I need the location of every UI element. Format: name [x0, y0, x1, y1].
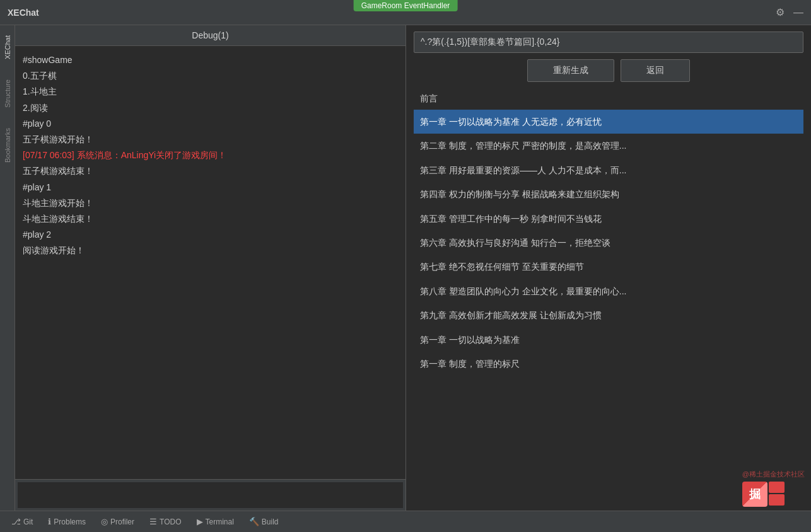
debug-message: 五子棋游戏结束！ — [23, 163, 398, 179]
chapter-item[interactable]: 第三章 用好最重要的资源——人 人力不是成本，而... — [414, 158, 803, 182]
chapter-item[interactable]: 第一章 一切以战略为基准 — [414, 328, 803, 352]
problems-icon: ℹ — [48, 517, 51, 526]
chapter-item[interactable]: 第一章 制度，管理的标尺 — [414, 352, 803, 376]
debug-header: Debug(1) — [15, 25, 405, 46]
debug-message: 五子棋游戏开始！ — [23, 132, 398, 147]
debug-message: 阅读游戏开始！ — [23, 243, 398, 258]
debug-message: [07/17 06:03] 系统消息：AnLingYi关闭了游戏房间！ — [23, 147, 398, 163]
chapter-item[interactable]: 第六章 高效执行与良好沟通 知行合一，拒绝空谈 — [414, 231, 803, 255]
regex-input[interactable] — [414, 32, 803, 53]
chapter-item[interactable]: 第七章 绝不忽视任何细节 至关重要的细节 — [414, 255, 803, 279]
bottom-item-git[interactable]: ⎇Git — [5, 514, 39, 529]
debug-message: #play 1 — [23, 180, 398, 195]
debug-input-field[interactable] — [18, 482, 403, 508]
todo-icon: ☰ — [149, 517, 157, 526]
chapter-item[interactable]: 第五章 管理工作中的每一秒 别拿时间不当钱花 — [414, 207, 803, 231]
chapter-item[interactable]: 第二章 制度，管理的标尺 严密的制度，是高效管理... — [414, 134, 803, 158]
debug-message: #play 0 — [23, 116, 398, 132]
back-button[interactable]: 返回 — [621, 59, 690, 82]
right-panel: 重新生成 返回 前言 第一章 一切以战略为基准 人无远虑，必有近忧第二章 制度，… — [406, 25, 811, 511]
debug-message: #play 2 — [23, 227, 398, 243]
bottom-item-terminal[interactable]: ▶Terminal — [190, 514, 240, 529]
chapter-item[interactable]: 第八章 塑造团队的向心力 企业文化，最重要的向心... — [414, 279, 803, 303]
left-sidebar: XEChat Structure Bookmarks — [0, 25, 15, 511]
sidebar-tab-bookmarks[interactable]: Bookmarks — [3, 124, 13, 166]
debug-message: 斗地主游戏结束！ — [23, 211, 398, 227]
terminal-icon: ▶ — [197, 517, 203, 526]
debug-content[interactable]: #showGame0.五子棋1.斗地主2.阅读#play 0五子棋游戏开始！[0… — [15, 46, 405, 479]
build-icon: 🔨 — [249, 517, 259, 526]
chapter-list-header: 前言 — [414, 88, 803, 110]
settings-icon[interactable]: ⚙ — [776, 6, 785, 18]
bottom-item-label: Build — [262, 518, 279, 526]
bottom-item-label: Problems — [54, 518, 86, 526]
bottom-item-label: TODO — [160, 518, 181, 526]
chapter-list[interactable]: 前言 第一章 一切以战略为基准 人无远虑，必有近忧第二章 制度，管理的标尺 严密… — [414, 88, 803, 504]
chapter-item[interactable]: 第一章 一切以战略为基准 人无远虑，必有近忧 — [414, 110, 803, 134]
debug-message: 2.阅读 — [23, 100, 398, 116]
bottom-item-problems[interactable]: ℹProblems — [42, 514, 92, 529]
debug-message: 1.斗地主 — [23, 84, 398, 100]
debug-panel: Debug(1) #showGame0.五子棋1.斗地主2.阅读#play 0五… — [15, 25, 406, 511]
chapter-item[interactable]: 第九章 高效创新才能高效发展 让创新成为习惯 — [414, 303, 803, 327]
debug-message: 0.五子棋 — [23, 68, 398, 84]
profiler-icon: ◎ — [101, 517, 108, 526]
debug-input-area — [15, 479, 405, 511]
bottom-item-label: Terminal — [206, 518, 234, 526]
main-area: XEChat Structure Bookmarks Debug(1) #sho… — [0, 25, 811, 511]
bottom-item-build[interactable]: 🔨Build — [243, 514, 285, 529]
chapter-item[interactable]: 第四章 权力的制衡与分享 根据战略来建立组织架构 — [414, 182, 803, 206]
regex-buttons: 重新生成 返回 — [414, 59, 803, 82]
bottom-bar: ⎇GitℹProblems◎Profiler☰TODO▶Terminal🔨Bui… — [0, 511, 811, 532]
bottom-item-label: Profiler — [110, 518, 134, 526]
bottom-item-label: Git — [23, 518, 33, 526]
debug-message: #showGame — [23, 52, 398, 68]
bottom-item-profiler[interactable]: ◎Profiler — [95, 514, 141, 529]
watermark: @稀土掘金技术社区 掘 — [742, 470, 805, 507]
bottom-item-todo[interactable]: ☰TODO — [143, 514, 187, 529]
watermark-logo: 掘 — [742, 482, 805, 507]
debug-message: 斗地主游戏开始！ — [23, 195, 398, 211]
minimize-icon[interactable]: — — [793, 7, 803, 18]
top-hint: GameRoom EventHandler — [354, 0, 458, 11]
regenerate-button[interactable]: 重新生成 — [527, 59, 614, 82]
sidebar-tab-xchat[interactable]: XEChat — [3, 32, 13, 63]
sidebar-tab-structure[interactable]: Structure — [3, 76, 13, 112]
watermark-text: @稀土掘金技术社区 — [742, 470, 805, 479]
git-icon: ⎇ — [11, 517, 21, 526]
